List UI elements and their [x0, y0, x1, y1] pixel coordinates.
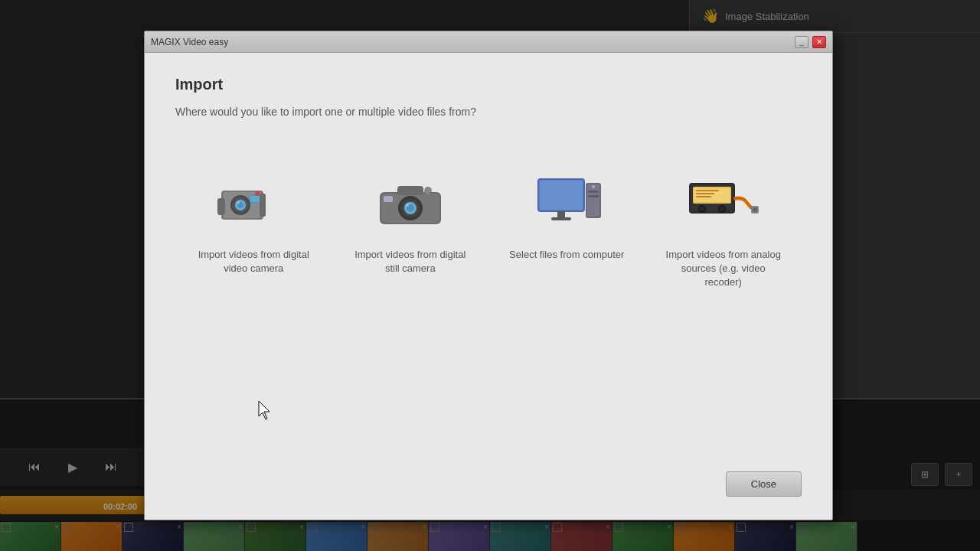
svg-rect-8: [250, 196, 260, 202]
modal-heading: Import: [175, 76, 802, 93]
import-options: Import videos from digital video camera: [175, 156, 802, 305]
close-button[interactable]: Close: [726, 471, 802, 497]
modal-subtitle: Where would you like to import one or mu…: [175, 106, 802, 118]
modal-footer: Close: [726, 471, 802, 497]
svg-rect-25: [557, 211, 565, 217]
svg-rect-26: [551, 217, 571, 220]
svg-point-42: [720, 207, 724, 211]
svg-point-20: [405, 204, 409, 207]
svg-rect-36: [696, 190, 719, 191]
svg-rect-37: [696, 193, 714, 194]
modal-titlebar: MAGIX Video easy _ ✕: [145, 31, 832, 53]
import-analog-sources[interactable]: Import videos from analog sources (e.g. …: [655, 156, 792, 305]
digital-video-camera-icon: [215, 171, 292, 233]
analog-sources-label: Import videos from analog sources (e.g. …: [662, 248, 785, 290]
svg-point-6: [237, 201, 240, 204]
import-digital-still-camera[interactable]: Import videos from digital still camera: [341, 156, 479, 305]
svg-rect-10: [260, 194, 266, 217]
svg-rect-28: [587, 184, 599, 217]
modal-close-x-button[interactable]: ✕: [812, 36, 826, 48]
svg-rect-9: [217, 198, 225, 215]
import-digital-video-camera[interactable]: Import videos from digital video camera: [185, 156, 322, 305]
svg-rect-29: [588, 191, 599, 193]
modal-content: Import Where would you like to import on…: [145, 53, 832, 328]
svg-point-15: [424, 187, 432, 194]
digital-video-camera-label: Import videos from digital video camera: [192, 248, 315, 276]
svg-point-11: [255, 191, 260, 196]
modal-title: MAGIX Video easy: [151, 37, 228, 47]
analog-source-icon: [685, 171, 762, 233]
svg-rect-30: [588, 195, 599, 197]
select-files-label: Select files from computer: [509, 248, 624, 262]
digital-still-camera-label: Import videos from digital still camera: [349, 248, 472, 276]
computer-icon: [528, 171, 605, 233]
minimize-button[interactable]: _: [795, 36, 808, 48]
svg-point-31: [592, 185, 595, 188]
svg-rect-23: [540, 181, 583, 210]
titlebar-buttons: _ ✕: [795, 36, 826, 48]
svg-rect-44: [753, 207, 757, 212]
svg-rect-21: [384, 196, 393, 202]
svg-point-40: [700, 207, 704, 211]
import-select-files[interactable]: Select files from computer: [498, 156, 635, 305]
svg-rect-14: [397, 186, 423, 195]
svg-rect-38: [696, 196, 711, 197]
digital-still-camera-icon: [372, 171, 449, 233]
import-dialog: MAGIX Video easy _ ✕ Import Where would …: [144, 31, 833, 520]
